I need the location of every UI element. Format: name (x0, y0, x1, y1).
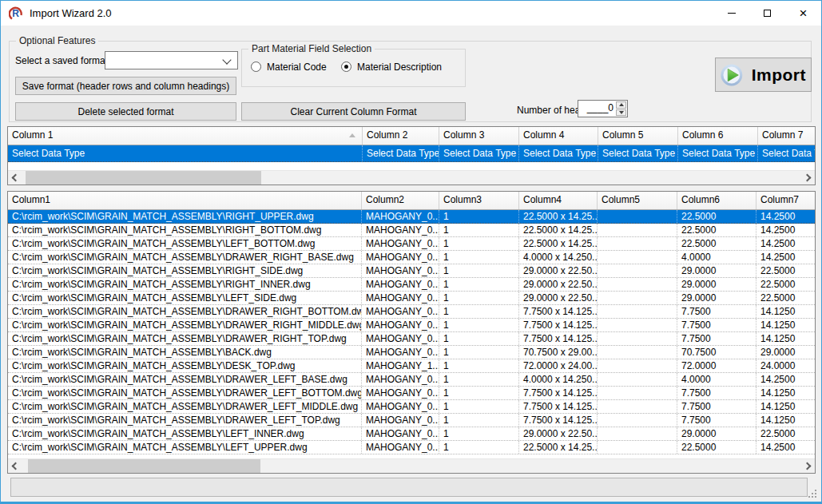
grid-cell[interactable]: 22.5000 (756, 292, 815, 304)
grid-cell[interactable]: 4.0000 x 14.250... (519, 373, 598, 386)
grid-cell[interactable]: 7.7500 x 14.125... (519, 319, 598, 331)
grid-cell[interactable]: 29.0000 x 22.50... (519, 264, 598, 277)
grid-cell[interactable] (598, 400, 677, 413)
grid-cell[interactable]: 22.5000 x 14.25... (519, 441, 598, 454)
grid-cell[interactable]: Select Data Type (8, 145, 363, 161)
grid-cell[interactable]: 22.5000 x 14.25... (519, 224, 598, 236)
grid-cell[interactable] (598, 278, 677, 291)
grid-cell[interactable]: 1 (439, 251, 519, 264)
table-row[interactable]: C:\rcim_work\SCIM\GRAIN_MATCH_ASSEMBLY\L… (8, 441, 815, 454)
grid-cell[interactable]: 1 (439, 319, 519, 331)
radio-material-description[interactable]: Material Description (341, 62, 442, 73)
column-header[interactable]: Column4 (519, 192, 598, 209)
grid-cell[interactable]: 22.5000 (677, 210, 756, 223)
table-row[interactable]: C:\rcim_work\SCIM\GRAIN_MATCH_ASSEMBLY\L… (8, 427, 815, 441)
table-row[interactable]: C:\rcim_work\SCIM\GRAIN_MATCH_ASSEMBLY\D… (8, 251, 815, 264)
column-header[interactable]: Column 1 (8, 127, 363, 145)
grid-cell[interactable]: MAHOGANY_0... (362, 305, 439, 318)
grid-cell[interactable]: C:\rcim_work\SCIM\GRAIN_MATCH_ASSEMBLY\L… (8, 292, 362, 304)
grid-cell[interactable]: MAHOGANY_0... (362, 278, 439, 291)
grid-cell[interactable]: 14.2500 (756, 224, 815, 236)
grid-cell[interactable]: 1 (439, 414, 519, 427)
grid-cell[interactable]: 14.2500 (756, 210, 815, 223)
save-format-button[interactable]: Save format (header rows and column head… (15, 77, 236, 95)
stepper-down-button[interactable] (616, 109, 626, 117)
grid-cell[interactable]: 22.5000 (677, 224, 756, 236)
grid-cell[interactable]: 4.0000 (677, 373, 756, 386)
grid-cell[interactable]: C:\rcim_work\SCIM\GRAIN_MATCH_ASSEMBLY\D… (8, 359, 362, 372)
grid-cell[interactable]: 1 (439, 292, 519, 304)
grid-cell[interactable]: Select Data Type (363, 145, 439, 161)
grid-cell[interactable]: 7.7500 (677, 400, 756, 413)
stepper-up-button[interactable] (616, 101, 626, 109)
grid-cell[interactable] (598, 332, 677, 345)
table-row[interactable]: C:\rcim_work\SCIM\GRAIN_MATCH_ASSEMBLY\D… (8, 373, 815, 387)
grid-cell[interactable]: 1 (439, 373, 519, 386)
grid-cell[interactable]: MAHOGANY_1... (362, 359, 439, 372)
close-button[interactable]: × (785, 1, 821, 26)
table-row[interactable]: C:\rcim_work\SCIM\GRAIN_MATCH_ASSEMBLY\R… (8, 224, 815, 237)
grid-cell[interactable]: 14.1250 (756, 319, 815, 331)
grid-cell[interactable]: 22.5000 x 14.25... (519, 210, 598, 223)
grid-cell[interactable]: 1 (439, 224, 519, 236)
table-row[interactable]: Select Data TypeSelect Data TypeSelect D… (8, 145, 815, 162)
table-row[interactable]: C:\rcim_work\SCIM\GRAIN_MATCH_ASSEMBLY\D… (8, 305, 815, 319)
table-row[interactable]: C:\rcim_work\SCIM\GRAIN_MATCH_ASSEMBLY\R… (8, 264, 815, 278)
grid-cell[interactable]: C:\rcim_work\SCIM\GRAIN_MATCH_ASSEMBLY\L… (8, 441, 362, 454)
grid-cell[interactable]: 7.7500 x 14.125... (519, 414, 598, 427)
grid-cell[interactable]: 1 (439, 237, 519, 250)
grid-cell[interactable]: MAHOGANY_0... (362, 292, 439, 304)
grid-cell[interactable]: C:\rcim_work\SCIM\GRAIN_MATCH_ASSEMBLY\D… (8, 400, 362, 413)
grid-cell[interactable] (598, 292, 677, 304)
header-rows-stepper[interactable]: ____0 (578, 100, 628, 117)
grid-cell[interactable]: 7.7500 (677, 387, 756, 399)
grid-cell[interactable]: 14.1250 (756, 400, 815, 413)
grid-cell[interactable]: C:\rcim_work\SCIM\GRAIN_MATCH_ASSEMBLY\R… (8, 264, 362, 277)
mapping-grid-hscrollbar[interactable] (8, 170, 815, 185)
grid-cell[interactable]: MAHOGANY_0... (362, 387, 439, 399)
grid-cell[interactable]: 7.7500 x 14.125... (519, 305, 598, 318)
grid-cell[interactable]: 7.7500 x 14.125... (519, 332, 598, 345)
grid-cell[interactable] (598, 251, 677, 264)
import-button[interactable]: Import (715, 58, 812, 92)
table-row[interactable]: C:\rcim_work\SCIM\GRAIN_MATCH_ASSEMBLY\B… (8, 346, 815, 359)
table-row[interactable]: C:\rcim_work\SCIM\GRAIN_MATCH_ASSEMBLY\L… (8, 237, 815, 251)
grid-cell[interactable]: Select Data Type (598, 145, 678, 161)
radio-material-code[interactable]: Material Code (251, 62, 327, 73)
grid-cell[interactable]: MAHOGANY_0... (362, 319, 439, 331)
grid-cell[interactable]: C:\rcim_work\SCIM\GRAIN_MATCH_ASSEMBLY\L… (8, 427, 362, 440)
grid-cell[interactable]: Select Data Type (678, 145, 758, 161)
column-header[interactable]: Column 6 (678, 127, 758, 145)
grid-cell[interactable]: 7.7500 x 14.125... (519, 387, 598, 399)
grid-cell[interactable]: 7.7500 (677, 414, 756, 427)
grid-cell[interactable]: 22.5000 x 14.25... (519, 237, 598, 250)
scroll-right-button[interactable] (801, 171, 815, 185)
grid-cell[interactable]: C:\rcim_work\SCIM\GRAIN_MATCH_ASSEMBLY\B… (8, 346, 362, 359)
grid-cell[interactable]: 7.7500 (677, 332, 756, 345)
grid-cell[interactable]: 22.5000 (756, 278, 815, 291)
column-header[interactable]: Column 2 (363, 127, 439, 145)
column-header[interactable]: Column2 (362, 192, 439, 209)
grid-cell[interactable]: Select Data Ty (758, 145, 815, 161)
table-row[interactable]: C:\rcim_work\SCIM\GRAIN_MATCH_ASSEMBLY\L… (8, 292, 815, 305)
grid-cell[interactable] (598, 373, 677, 386)
grid-cell[interactable]: 14.1250 (756, 332, 815, 345)
grid-cell[interactable]: 29.0000 (677, 292, 756, 304)
column-header[interactable]: Column3 (439, 192, 519, 209)
scrollbar-thumb[interactable] (26, 171, 261, 185)
grid-cell[interactable]: 7.7500 (677, 319, 756, 331)
grid-cell[interactable]: 14.1250 (756, 305, 815, 318)
column-header[interactable]: Column6 (677, 192, 756, 209)
grid-cell[interactable]: MAHOGANY_0... (362, 332, 439, 345)
grid-cell[interactable]: C:\rcim_work\SCIM\GRAIN_MATCH_ASSEMBLY\D… (8, 332, 362, 345)
grid-cell[interactable]: 22.5000 (756, 264, 815, 277)
table-row[interactable]: C:\rcim_work\SCIM\GRAIN_MATCH_ASSEMBLY\D… (8, 359, 815, 373)
grid-cell[interactable]: C:\rcim_work\SCIM\GRAIN_MATCH_ASSEMBLY\L… (8, 237, 362, 250)
column-header[interactable]: Column 3 (439, 127, 519, 145)
grid-cell[interactable]: 29.0000 x 22.50... (519, 427, 598, 440)
grid-cell[interactable]: 1 (439, 359, 519, 372)
grid-cell[interactable]: Select Data Type (439, 145, 519, 161)
column-header[interactable]: Column 5 (598, 127, 678, 145)
grid-cell[interactable]: MAHOGANY_0... (362, 427, 439, 440)
grid-cell[interactable]: 72.0000 x 24.00... (519, 359, 598, 372)
